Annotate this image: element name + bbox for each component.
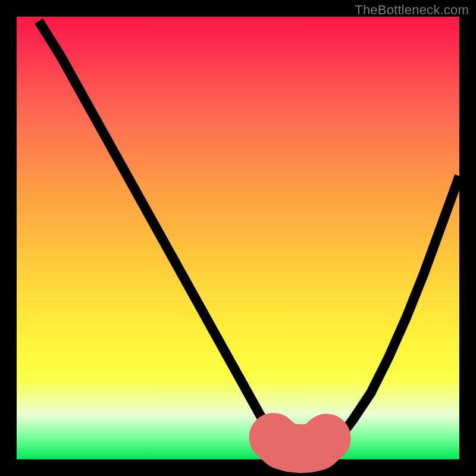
watermark-label: TheBottleneck.com <box>355 2 469 18</box>
chart-plot <box>17 17 459 459</box>
bottleneck-chart <box>17 17 459 459</box>
right-performance-curve <box>327 176 459 446</box>
left-performance-curve <box>39 21 282 446</box>
optimal-zone-marker <box>274 437 327 449</box>
